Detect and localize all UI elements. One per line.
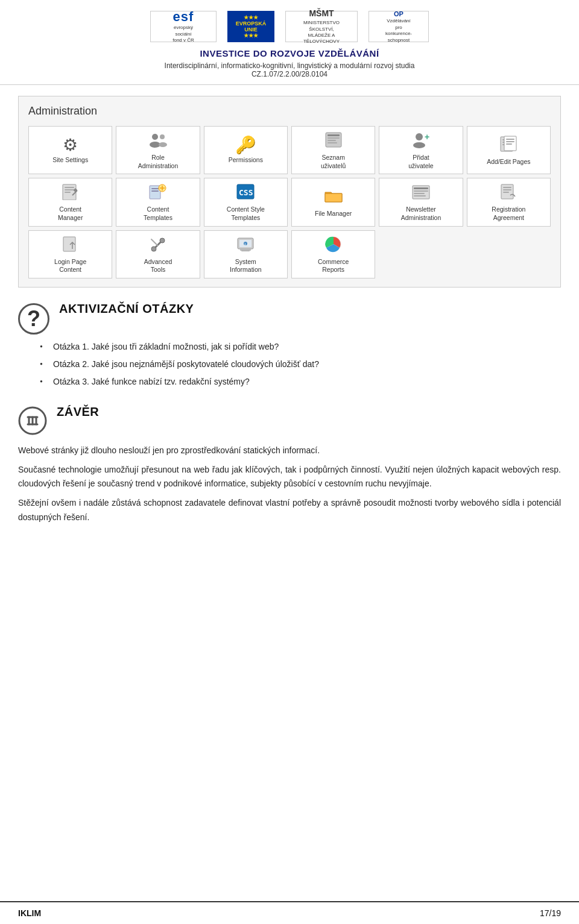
admin-item-label: File Manager bbox=[315, 210, 352, 218]
svg-rect-5 bbox=[327, 134, 340, 136]
svg-point-2 bbox=[160, 134, 165, 139]
admin-item-add-edit-pages[interactable]: Add/Edit Pages bbox=[467, 126, 551, 174]
admin-item-label: Přidatuživatele bbox=[408, 154, 433, 170]
conclusion-section: ZÁVĚR Webové stránky již dlouho neslouží… bbox=[18, 405, 561, 525]
admin-item-login-page-content[interactable]: Login PageContent bbox=[28, 230, 112, 278]
admin-item-pridat-uzivatele[interactable]: + Přidatuživatele bbox=[379, 126, 463, 174]
admin-grid-row3: Login PageContent AdvancedTools bbox=[28, 230, 551, 278]
svg-rect-34 bbox=[325, 193, 342, 202]
admin-item-role-administration[interactable]: RoleAdministration bbox=[116, 126, 200, 174]
newsletter-icon bbox=[411, 183, 431, 203]
main-content: Administration ⚙ Site Settings RoleAdmin… bbox=[0, 85, 579, 553]
admin-title: Administration bbox=[28, 105, 551, 118]
content-manager-icon bbox=[62, 183, 80, 203]
admin-item-empty-1 bbox=[379, 230, 463, 278]
conclusion-title: ZÁVĚR bbox=[57, 405, 99, 419]
admin-grid-row1: ⚙ Site Settings RoleAdministration 🔑 Per… bbox=[28, 126, 551, 174]
svg-point-47 bbox=[151, 247, 156, 251]
login-icon bbox=[62, 236, 80, 256]
svg-rect-28 bbox=[151, 190, 159, 192]
questions-section: ? AKTIVIZAČNÍ OTÁZKY Otázka 1. Jaké jsou… bbox=[18, 302, 561, 388]
admin-item-label: RoleAdministration bbox=[138, 154, 179, 170]
admin-item-label: SystemInformation bbox=[230, 258, 262, 274]
invest-title: INVESTICE DO ROZVOJE VZDĚLÁVÁNÍ bbox=[12, 48, 567, 58]
question-1: Otázka 1. Jaké jsou tři základní možnost… bbox=[40, 341, 561, 353]
admin-item-label: CommerceReports bbox=[318, 258, 349, 274]
svg-rect-41 bbox=[503, 187, 511, 188]
admin-item-content-style-templates[interactable]: CSS Content StyleTemplates bbox=[204, 178, 288, 226]
svg-rect-27 bbox=[151, 188, 159, 189]
svg-rect-36 bbox=[414, 187, 428, 189]
admin-item-label: Site Settings bbox=[52, 156, 88, 165]
admin-grid-row2: ContentManager ContentTemplates bbox=[28, 178, 551, 226]
question-list: Otázka 1. Jaké jsou tři základní možnost… bbox=[18, 341, 561, 388]
admin-item-file-manager[interactable]: File Manager bbox=[291, 178, 375, 226]
question-2: Otázka 2. Jaké jsou nejznámější poskytov… bbox=[40, 358, 561, 371]
svg-rect-42 bbox=[503, 189, 511, 190]
svg-rect-38 bbox=[414, 193, 425, 194]
svg-rect-6 bbox=[327, 137, 340, 139]
content-templates-icon bbox=[149, 183, 167, 203]
svg-line-49 bbox=[151, 239, 157, 245]
admin-item-seznam-uzivatelu[interactable]: Seznamuživatelů bbox=[291, 126, 375, 174]
list-icon bbox=[324, 131, 343, 151]
svg-rect-7 bbox=[327, 140, 336, 141]
conclusion-para-1: Webové stránky již dlouho neslouží jen p… bbox=[18, 444, 561, 458]
admin-item-label: Permissions bbox=[229, 156, 263, 165]
admin-item-label: Add/Edit Pages bbox=[487, 158, 530, 166]
svg-point-3 bbox=[159, 142, 167, 147]
admin-item-label: ContentManager bbox=[58, 206, 83, 222]
css-icon: CSS bbox=[236, 183, 255, 203]
footer-left: IKLIM bbox=[18, 908, 41, 918]
pages-icon bbox=[499, 136, 517, 156]
admin-panel: Administration ⚙ Site Settings RoleAdmin… bbox=[18, 96, 561, 288]
chart-icon bbox=[324, 236, 343, 256]
conclusion-header: ZÁVĚR bbox=[18, 405, 561, 438]
conclusion-body: Webové stránky již dlouho neslouží jen p… bbox=[18, 444, 561, 525]
logo-eu: ★★★EVROPSKÁUNIE★★★ bbox=[227, 11, 274, 42]
admin-item-content-templates[interactable]: ContentTemplates bbox=[116, 178, 200, 226]
logos-row: esf evropskýsociálnífond v ČR ★★★EVROPSK… bbox=[12, 11, 567, 42]
conclusion-para-2: Současné technologie umožňují přesunout … bbox=[18, 463, 561, 492]
admin-item-system-information[interactable]: i SystemInformation bbox=[204, 230, 288, 278]
questions-title: AKTIVIZAČNÍ OTÁZKY bbox=[59, 302, 194, 316]
agreement-icon bbox=[499, 183, 517, 203]
admin-item-label: NewsletterAdministration bbox=[401, 206, 441, 222]
svg-rect-39 bbox=[414, 195, 426, 196]
folder-icon bbox=[324, 187, 343, 207]
svg-rect-17 bbox=[506, 139, 514, 140]
admin-item-label: Content StyleTemplates bbox=[227, 206, 265, 222]
admin-item-registration-agreement[interactable]: RegistrationAgreement bbox=[467, 178, 551, 226]
admin-item-content-manager[interactable]: ContentManager bbox=[28, 178, 112, 226]
svg-point-0 bbox=[152, 134, 158, 140]
page-footer: IKLIM 17/19 bbox=[0, 901, 579, 924]
svg-point-48 bbox=[160, 238, 165, 243]
key-icon: 🔑 bbox=[235, 137, 256, 154]
svg-text:+: + bbox=[425, 132, 429, 142]
system-info-icon: i bbox=[236, 236, 255, 256]
admin-item-advanced-tools[interactable]: AdvancedTools bbox=[116, 230, 200, 278]
admin-item-site-settings[interactable]: ⚙ Site Settings bbox=[28, 126, 112, 174]
admin-item-label: Login PageContent bbox=[54, 258, 86, 274]
svg-text:CSS: CSS bbox=[239, 188, 253, 197]
svg-rect-22 bbox=[65, 189, 74, 190]
admin-item-commerce-reports[interactable]: CommerceReports bbox=[291, 230, 375, 278]
svg-rect-18 bbox=[506, 141, 514, 142]
gear-icon: ⚙ bbox=[63, 137, 78, 154]
svg-point-9 bbox=[416, 133, 423, 140]
questions-header: ? AKTIVIZAČNÍ OTÁZKY bbox=[18, 302, 561, 335]
svg-rect-53 bbox=[240, 249, 251, 251]
admin-item-label: Seznamuživatelů bbox=[321, 154, 346, 170]
header-subtitle: Interdisciplinární, informaticko-kogniti… bbox=[12, 61, 567, 78]
svg-rect-23 bbox=[65, 192, 71, 193]
page-header: esf evropskýsociálnífond v ČR ★★★EVROPSK… bbox=[0, 0, 579, 85]
svg-rect-43 bbox=[503, 192, 509, 193]
add-user-icon: + bbox=[411, 131, 431, 151]
conclusion-icon bbox=[18, 406, 47, 438]
admin-item-empty-2 bbox=[467, 230, 551, 278]
svg-rect-37 bbox=[414, 190, 428, 192]
admin-item-newsletter[interactable]: NewsletterAdministration bbox=[379, 178, 463, 226]
svg-rect-21 bbox=[65, 187, 74, 188]
admin-item-permissions[interactable]: 🔑 Permissions bbox=[204, 126, 288, 174]
svg-rect-19 bbox=[506, 143, 512, 145]
